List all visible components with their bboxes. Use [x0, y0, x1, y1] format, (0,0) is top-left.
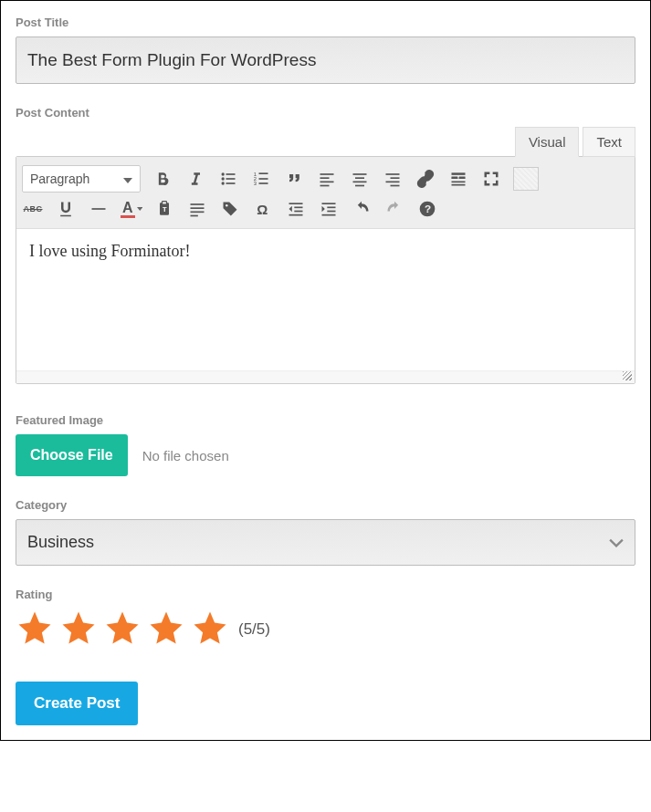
- undo-icon[interactable]: [351, 198, 373, 220]
- help-icon[interactable]: ?: [416, 198, 438, 220]
- svg-point-2: [222, 177, 225, 180]
- star-icon[interactable]: [59, 609, 98, 651]
- paste-text-icon[interactable]: T: [153, 198, 175, 220]
- rating-display: (5/5): [238, 620, 270, 639]
- post-title-label: Post Title: [16, 16, 635, 29]
- svg-rect-43: [289, 214, 303, 216]
- star-icon[interactable]: [16, 609, 54, 651]
- toolbar-toggle-icon[interactable]: [513, 167, 539, 191]
- tab-text[interactable]: Text: [583, 127, 635, 157]
- text-color-icon[interactable]: A: [121, 198, 142, 220]
- svg-rect-28: [452, 182, 466, 183]
- link-icon[interactable]: [415, 168, 436, 190]
- caret-down-icon: [123, 172, 132, 186]
- outdent-icon[interactable]: [285, 198, 307, 220]
- svg-rect-5: [226, 182, 236, 184]
- featured-image-field: Featured Image Choose File No file chose…: [16, 413, 635, 476]
- svg-rect-26: [452, 177, 458, 180]
- bullet-list-icon[interactable]: [217, 168, 239, 190]
- horizontal-rule-icon[interactable]: [88, 198, 110, 220]
- bold-icon[interactable]: [152, 168, 173, 190]
- align-left-icon[interactable]: [316, 168, 338, 190]
- svg-rect-16: [353, 173, 367, 175]
- svg-rect-37: [191, 215, 198, 217]
- clear-formatting-icon[interactable]: [186, 198, 208, 220]
- svg-rect-11: [259, 182, 268, 184]
- svg-rect-15: [320, 185, 330, 187]
- svg-rect-44: [322, 203, 336, 204]
- svg-rect-23: [391, 185, 400, 187]
- svg-rect-40: [289, 203, 303, 204]
- svg-rect-45: [327, 207, 335, 209]
- insert-more-icon[interactable]: [447, 168, 469, 190]
- svg-rect-27: [459, 177, 466, 180]
- tab-visual[interactable]: Visual: [515, 127, 580, 157]
- star-rating[interactable]: [16, 609, 229, 651]
- featured-image-label: Featured Image: [16, 413, 635, 427]
- format-select-label: Paragraph: [30, 172, 89, 186]
- svg-rect-34: [191, 203, 205, 205]
- category-value: Business: [27, 533, 94, 552]
- svg-rect-18: [353, 182, 367, 183]
- svg-rect-46: [327, 211, 335, 213]
- svg-rect-35: [191, 207, 205, 209]
- star-icon[interactable]: [147, 609, 185, 651]
- post-title-field: Post Title: [16, 16, 635, 84]
- svg-rect-17: [355, 177, 364, 179]
- choose-file-button[interactable]: Choose File: [16, 434, 128, 476]
- category-select[interactable]: Business: [16, 519, 635, 566]
- svg-rect-14: [320, 182, 334, 183]
- star-icon[interactable]: [103, 609, 142, 651]
- rating-field: Rating (5/5): [16, 588, 635, 651]
- svg-text:3: 3: [254, 181, 257, 186]
- svg-rect-29: [452, 184, 466, 186]
- svg-rect-47: [322, 214, 336, 216]
- post-content-field: Post Content Visual Text Paragraph: [16, 106, 635, 384]
- svg-rect-41: [294, 207, 302, 209]
- svg-rect-19: [355, 185, 364, 187]
- align-right-icon[interactable]: [382, 168, 404, 190]
- category-label: Category: [16, 498, 635, 512]
- svg-text:T: T: [163, 205, 167, 213]
- align-center-icon[interactable]: [349, 168, 371, 190]
- svg-rect-36: [191, 212, 205, 213]
- post-title-input[interactable]: [16, 36, 635, 84]
- svg-rect-20: [386, 173, 400, 175]
- svg-point-4: [222, 182, 225, 184]
- resize-handle[interactable]: [16, 370, 635, 383]
- editor-toolbar: Paragraph 123: [16, 157, 635, 229]
- svg-rect-32: [163, 202, 167, 204]
- svg-rect-1: [226, 173, 236, 175]
- star-icon[interactable]: [191, 609, 229, 651]
- special-char-icon[interactable]: Ω: [252, 198, 274, 220]
- svg-rect-22: [386, 182, 400, 183]
- svg-rect-7: [259, 172, 268, 174]
- svg-text:?: ?: [425, 203, 431, 214]
- editor-content: I love using Forminator!: [29, 242, 190, 260]
- post-content-label: Post Content: [16, 106, 635, 120]
- format-select[interactable]: Paragraph: [22, 165, 141, 193]
- svg-rect-12: [320, 173, 334, 175]
- create-post-button[interactable]: Create Post: [16, 682, 138, 725]
- svg-rect-3: [226, 178, 236, 180]
- fullscreen-icon[interactable]: [480, 168, 502, 190]
- editor-body[interactable]: I love using Forminator!: [16, 229, 635, 370]
- svg-rect-42: [294, 211, 302, 213]
- svg-point-0: [222, 172, 225, 175]
- italic-icon[interactable]: [184, 168, 206, 190]
- underline-icon[interactable]: [55, 198, 77, 220]
- strikethrough-icon[interactable]: ABC: [22, 198, 44, 220]
- blockquote-icon[interactable]: [283, 168, 305, 190]
- numbered-list-icon[interactable]: 123: [250, 168, 272, 190]
- redo-icon[interactable]: [383, 198, 405, 220]
- tag-icon[interactable]: [219, 198, 241, 220]
- svg-rect-13: [320, 177, 330, 179]
- svg-rect-30: [92, 208, 106, 210]
- rating-label: Rating: [16, 588, 635, 601]
- svg-point-38: [226, 204, 228, 207]
- file-status: No file chosen: [142, 448, 229, 463]
- svg-rect-9: [259, 178, 268, 180]
- category-field: Category Business: [16, 498, 635, 566]
- editor-tabs: Visual Text: [16, 127, 635, 157]
- indent-icon[interactable]: [318, 198, 340, 220]
